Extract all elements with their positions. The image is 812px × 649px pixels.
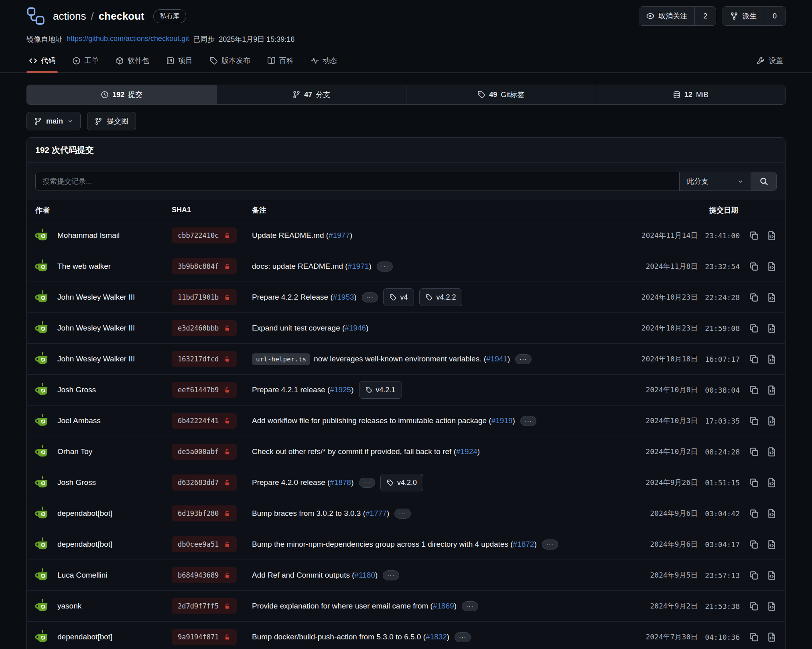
commit-graph-button[interactable]: 提交图: [87, 112, 136, 130]
tab-issues[interactable]: 工单: [67, 51, 104, 72]
commit-sha-link[interactable]: e3d2460bbb: [172, 320, 237, 336]
copy-sha-button[interactable]: [749, 262, 759, 272]
copy-sha-button[interactable]: [749, 570, 759, 580]
commit-sha-link[interactable]: eef61447b9: [172, 382, 237, 398]
sha-text: 6d193bf280: [178, 509, 219, 517]
commit-sha-link[interactable]: de5a000abf: [172, 444, 237, 460]
tab-label: 动态: [323, 56, 337, 65]
forks-count[interactable]: 0: [764, 7, 785, 25]
browse-source-button[interactable]: [767, 632, 777, 642]
tag-chip[interactable]: v4.2.1: [359, 381, 402, 399]
pr-link[interactable]: #1925: [330, 385, 351, 394]
pr-link[interactable]: #1971: [348, 262, 369, 271]
browse-source-button[interactable]: [767, 323, 777, 333]
copy-sha-button[interactable]: [749, 447, 759, 457]
browse-source-button[interactable]: [767, 601, 777, 611]
commit-date: 2024年10月23日: [641, 323, 698, 333]
copy-sha-button[interactable]: [749, 478, 759, 488]
expand-commit-body-button[interactable]: ···: [394, 509, 411, 519]
site-logo[interactable]: [26, 7, 45, 25]
pr-link[interactable]: #1872: [513, 540, 534, 549]
fork-button[interactable]: 派生: [723, 7, 764, 25]
commit-sha-link[interactable]: cbb722410c: [172, 227, 237, 243]
copy-sha-button[interactable]: [749, 323, 759, 333]
tag-chip[interactable]: v4.2.0: [380, 474, 423, 491]
copy-sha-button[interactable]: [749, 231, 759, 241]
commit-date-cell: 2024年10月23日 21:59:08: [588, 323, 777, 333]
commit-sha-link[interactable]: 6b42224f41: [172, 413, 237, 429]
expand-commit-body-button[interactable]: ···: [383, 570, 399, 580]
browse-source-button[interactable]: [767, 478, 777, 488]
stat-commits[interactable]: 192 提交: [27, 85, 217, 104]
pr-link[interactable]: #1180: [355, 571, 375, 580]
browse-source-button[interactable]: [767, 539, 777, 550]
branch-filter-select[interactable]: 此分支: [679, 172, 751, 191]
expand-commit-body-button[interactable]: ···: [542, 539, 558, 550]
commit-search-input[interactable]: [36, 172, 679, 191]
pr-link[interactable]: #1977: [329, 231, 350, 240]
browse-source-button[interactable]: [767, 416, 777, 426]
copy-sha-button[interactable]: [749, 416, 759, 426]
browse-source-button[interactable]: [767, 262, 777, 272]
tag-chip[interactable]: v4: [383, 288, 414, 306]
pr-link[interactable]: #1953: [333, 293, 354, 302]
tab-settings[interactable]: 设置: [751, 51, 789, 72]
tab-projects[interactable]: 项目: [160, 51, 198, 72]
watchers-count[interactable]: 2: [694, 7, 716, 25]
commit-sha-link[interactable]: b684943689: [172, 567, 237, 583]
copy-sha-button[interactable]: [749, 509, 759, 519]
search-button[interactable]: [751, 172, 776, 191]
commit-sha-link[interactable]: 9a9194f871: [172, 629, 237, 645]
tab-activity[interactable]: 动态: [305, 51, 343, 72]
tab-code[interactable]: 代码: [23, 51, 61, 72]
repo-name-link[interactable]: checkout: [99, 10, 144, 22]
pr-link[interactable]: #1777: [365, 509, 387, 518]
browse-source-button[interactable]: [767, 292, 777, 302]
tab-wiki[interactable]: 百科: [262, 51, 299, 72]
pr-link[interactable]: #1878: [330, 478, 351, 487]
copy-sha-button[interactable]: [749, 354, 759, 364]
pr-link[interactable]: #1946: [345, 324, 366, 333]
browse-source-button[interactable]: [767, 354, 777, 364]
commit-sha-link[interactable]: 3b9b8c884f: [172, 258, 237, 274]
commit-sha-link[interactable]: d632683dd7: [172, 475, 237, 491]
browse-source-button[interactable]: [767, 385, 777, 395]
copy-sha-button[interactable]: [749, 632, 759, 642]
copy-sha-button[interactable]: [749, 539, 759, 550]
expand-commit-body-button[interactable]: ···: [455, 632, 471, 642]
repo-owner-link[interactable]: actions: [53, 10, 86, 22]
pr-link[interactable]: #1924: [456, 447, 477, 456]
stat-branches[interactable]: 47 分支: [217, 85, 406, 104]
expand-commit-body-button[interactable]: ···: [359, 478, 376, 488]
unwatch-button[interactable]: 取消关注: [639, 7, 694, 25]
expand-commit-body-button[interactable]: ···: [462, 601, 478, 611]
branch-selector[interactable]: main: [26, 112, 81, 130]
tab-packages[interactable]: 软件包: [110, 51, 155, 72]
pr-link[interactable]: #1869: [433, 602, 454, 610]
pr-link[interactable]: #1941: [486, 355, 508, 363]
browse-source-button[interactable]: [767, 447, 777, 457]
copy-sha-button[interactable]: [749, 601, 759, 611]
expand-commit-body-button[interactable]: ···: [377, 262, 393, 272]
branch-name: main: [46, 117, 63, 126]
file-code-icon: [767, 570, 777, 580]
copy-sha-button[interactable]: [749, 292, 759, 302]
browse-source-button[interactable]: [767, 509, 777, 519]
expand-commit-body-button[interactable]: ···: [362, 292, 378, 302]
commit-sha-link[interactable]: 163217dfcd: [172, 351, 237, 367]
commit-sha-link[interactable]: 11bd71901b: [172, 289, 237, 305]
pr-link[interactable]: #1919: [491, 416, 513, 425]
browse-source-button[interactable]: [767, 570, 777, 580]
commit-sha-link[interactable]: 6d193bf280: [172, 505, 237, 521]
commit-sha-link[interactable]: 2d7d9f7ff5: [172, 598, 237, 614]
stat-tags[interactable]: 49 Git标签: [406, 85, 596, 104]
tab-releases[interactable]: 版本发布: [204, 51, 256, 72]
copy-sha-button[interactable]: [749, 385, 759, 395]
browse-source-button[interactable]: [767, 231, 777, 241]
expand-commit-body-button[interactable]: ···: [520, 416, 537, 426]
pr-link[interactable]: #1832: [426, 633, 447, 641]
tag-chip[interactable]: v4.2.2: [419, 288, 462, 306]
expand-commit-body-button[interactable]: ···: [515, 354, 532, 364]
commit-sha-link[interactable]: db0cee9a51: [172, 536, 237, 552]
mirror-url-link[interactable]: https://github.com/actions/checkout.git: [67, 34, 189, 44]
